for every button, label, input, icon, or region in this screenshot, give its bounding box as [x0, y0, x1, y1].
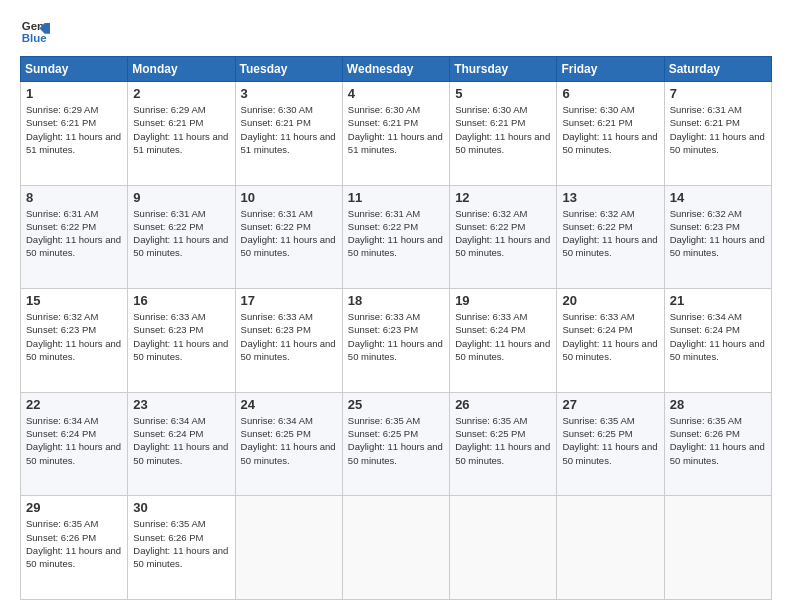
calendar-day-cell: 11 Sunrise: 6:31 AM Sunset: 6:22 PM Dayl… — [342, 185, 449, 289]
day-number: 26 — [455, 397, 551, 412]
calendar-day-cell: 22 Sunrise: 6:34 AM Sunset: 6:24 PM Dayl… — [21, 392, 128, 496]
svg-text:Blue: Blue — [22, 32, 47, 44]
day-number: 13 — [562, 190, 658, 205]
calendar-day-header: Wednesday — [342, 57, 449, 82]
calendar-day-cell: 5 Sunrise: 6:30 AM Sunset: 6:21 PM Dayli… — [450, 82, 557, 186]
day-number: 17 — [241, 293, 337, 308]
day-number: 23 — [133, 397, 229, 412]
calendar-day-cell: 18 Sunrise: 6:33 AM Sunset: 6:23 PM Dayl… — [342, 289, 449, 393]
day-info: Sunrise: 6:34 AM Sunset: 6:24 PM Dayligh… — [26, 414, 122, 467]
day-info: Sunrise: 6:31 AM Sunset: 6:22 PM Dayligh… — [241, 207, 337, 260]
page: General Blue SundayMondayTuesdayWednesda… — [0, 0, 792, 612]
logo: General Blue — [20, 16, 56, 46]
calendar-day-cell: 7 Sunrise: 6:31 AM Sunset: 6:21 PM Dayli… — [664, 82, 771, 186]
calendar-day-header: Sunday — [21, 57, 128, 82]
calendar-day-cell: 3 Sunrise: 6:30 AM Sunset: 6:21 PM Dayli… — [235, 82, 342, 186]
day-info: Sunrise: 6:29 AM Sunset: 6:21 PM Dayligh… — [133, 103, 229, 156]
day-number: 27 — [562, 397, 658, 412]
calendar-day-cell: 12 Sunrise: 6:32 AM Sunset: 6:22 PM Dayl… — [450, 185, 557, 289]
calendar-day-cell — [664, 496, 771, 600]
calendar-day-cell: 25 Sunrise: 6:35 AM Sunset: 6:25 PM Dayl… — [342, 392, 449, 496]
day-number: 16 — [133, 293, 229, 308]
calendar-header-row: SundayMondayTuesdayWednesdayThursdayFrid… — [21, 57, 772, 82]
day-number: 21 — [670, 293, 766, 308]
calendar-day-cell: 10 Sunrise: 6:31 AM Sunset: 6:22 PM Dayl… — [235, 185, 342, 289]
day-info: Sunrise: 6:32 AM Sunset: 6:23 PM Dayligh… — [670, 207, 766, 260]
day-number: 15 — [26, 293, 122, 308]
day-info: Sunrise: 6:35 AM Sunset: 6:26 PM Dayligh… — [26, 517, 122, 570]
calendar-body: 1 Sunrise: 6:29 AM Sunset: 6:21 PM Dayli… — [21, 82, 772, 600]
day-info: Sunrise: 6:35 AM Sunset: 6:25 PM Dayligh… — [455, 414, 551, 467]
calendar-day-header: Thursday — [450, 57, 557, 82]
calendar-week-row: 1 Sunrise: 6:29 AM Sunset: 6:21 PM Dayli… — [21, 82, 772, 186]
day-info: Sunrise: 6:35 AM Sunset: 6:25 PM Dayligh… — [348, 414, 444, 467]
day-number: 24 — [241, 397, 337, 412]
day-info: Sunrise: 6:34 AM Sunset: 6:24 PM Dayligh… — [670, 310, 766, 363]
day-number: 2 — [133, 86, 229, 101]
day-number: 1 — [26, 86, 122, 101]
header: General Blue — [20, 16, 772, 46]
calendar-day-cell: 29 Sunrise: 6:35 AM Sunset: 6:26 PM Dayl… — [21, 496, 128, 600]
day-info: Sunrise: 6:30 AM Sunset: 6:21 PM Dayligh… — [348, 103, 444, 156]
day-info: Sunrise: 6:35 AM Sunset: 6:26 PM Dayligh… — [670, 414, 766, 467]
day-number: 6 — [562, 86, 658, 101]
calendar-day-cell: 14 Sunrise: 6:32 AM Sunset: 6:23 PM Dayl… — [664, 185, 771, 289]
day-info: Sunrise: 6:35 AM Sunset: 6:26 PM Dayligh… — [133, 517, 229, 570]
calendar-day-cell: 1 Sunrise: 6:29 AM Sunset: 6:21 PM Dayli… — [21, 82, 128, 186]
day-number: 3 — [241, 86, 337, 101]
calendar-table: SundayMondayTuesdayWednesdayThursdayFrid… — [20, 56, 772, 600]
day-number: 14 — [670, 190, 766, 205]
day-info: Sunrise: 6:32 AM Sunset: 6:22 PM Dayligh… — [562, 207, 658, 260]
calendar-day-header: Tuesday — [235, 57, 342, 82]
calendar-day-cell: 15 Sunrise: 6:32 AM Sunset: 6:23 PM Dayl… — [21, 289, 128, 393]
calendar-day-cell: 8 Sunrise: 6:31 AM Sunset: 6:22 PM Dayli… — [21, 185, 128, 289]
day-info: Sunrise: 6:31 AM Sunset: 6:22 PM Dayligh… — [133, 207, 229, 260]
day-info: Sunrise: 6:33 AM Sunset: 6:23 PM Dayligh… — [133, 310, 229, 363]
calendar-week-row: 8 Sunrise: 6:31 AM Sunset: 6:22 PM Dayli… — [21, 185, 772, 289]
calendar-week-row: 29 Sunrise: 6:35 AM Sunset: 6:26 PM Dayl… — [21, 496, 772, 600]
calendar-day-cell: 6 Sunrise: 6:30 AM Sunset: 6:21 PM Dayli… — [557, 82, 664, 186]
day-number: 12 — [455, 190, 551, 205]
calendar-day-cell: 19 Sunrise: 6:33 AM Sunset: 6:24 PM Dayl… — [450, 289, 557, 393]
day-info: Sunrise: 6:35 AM Sunset: 6:25 PM Dayligh… — [562, 414, 658, 467]
day-info: Sunrise: 6:29 AM Sunset: 6:21 PM Dayligh… — [26, 103, 122, 156]
day-info: Sunrise: 6:31 AM Sunset: 6:22 PM Dayligh… — [348, 207, 444, 260]
day-info: Sunrise: 6:33 AM Sunset: 6:24 PM Dayligh… — [455, 310, 551, 363]
day-number: 25 — [348, 397, 444, 412]
day-number: 7 — [670, 86, 766, 101]
day-number: 28 — [670, 397, 766, 412]
calendar-day-cell: 17 Sunrise: 6:33 AM Sunset: 6:23 PM Dayl… — [235, 289, 342, 393]
calendar-day-cell: 24 Sunrise: 6:34 AM Sunset: 6:25 PM Dayl… — [235, 392, 342, 496]
day-info: Sunrise: 6:31 AM Sunset: 6:21 PM Dayligh… — [670, 103, 766, 156]
day-number: 10 — [241, 190, 337, 205]
day-info: Sunrise: 6:32 AM Sunset: 6:23 PM Dayligh… — [26, 310, 122, 363]
day-info: Sunrise: 6:30 AM Sunset: 6:21 PM Dayligh… — [241, 103, 337, 156]
calendar-day-cell: 2 Sunrise: 6:29 AM Sunset: 6:21 PM Dayli… — [128, 82, 235, 186]
calendar-day-cell: 23 Sunrise: 6:34 AM Sunset: 6:24 PM Dayl… — [128, 392, 235, 496]
calendar-week-row: 15 Sunrise: 6:32 AM Sunset: 6:23 PM Dayl… — [21, 289, 772, 393]
calendar-day-cell: 9 Sunrise: 6:31 AM Sunset: 6:22 PM Dayli… — [128, 185, 235, 289]
calendar-day-cell — [450, 496, 557, 600]
day-info: Sunrise: 6:33 AM Sunset: 6:23 PM Dayligh… — [241, 310, 337, 363]
calendar-day-header: Friday — [557, 57, 664, 82]
calendar-week-row: 22 Sunrise: 6:34 AM Sunset: 6:24 PM Dayl… — [21, 392, 772, 496]
day-number: 8 — [26, 190, 122, 205]
calendar-day-cell: 21 Sunrise: 6:34 AM Sunset: 6:24 PM Dayl… — [664, 289, 771, 393]
day-number: 22 — [26, 397, 122, 412]
day-number: 5 — [455, 86, 551, 101]
calendar-day-cell — [235, 496, 342, 600]
day-number: 30 — [133, 500, 229, 515]
calendar-day-cell: 13 Sunrise: 6:32 AM Sunset: 6:22 PM Dayl… — [557, 185, 664, 289]
calendar-day-cell: 27 Sunrise: 6:35 AM Sunset: 6:25 PM Dayl… — [557, 392, 664, 496]
day-number: 19 — [455, 293, 551, 308]
day-number: 29 — [26, 500, 122, 515]
calendar-day-cell: 16 Sunrise: 6:33 AM Sunset: 6:23 PM Dayl… — [128, 289, 235, 393]
day-number: 18 — [348, 293, 444, 308]
day-info: Sunrise: 6:33 AM Sunset: 6:23 PM Dayligh… — [348, 310, 444, 363]
day-number: 9 — [133, 190, 229, 205]
calendar-day-cell — [342, 496, 449, 600]
calendar-day-cell: 26 Sunrise: 6:35 AM Sunset: 6:25 PM Dayl… — [450, 392, 557, 496]
day-info: Sunrise: 6:34 AM Sunset: 6:24 PM Dayligh… — [133, 414, 229, 467]
day-number: 11 — [348, 190, 444, 205]
logo-icon: General Blue — [20, 16, 50, 46]
